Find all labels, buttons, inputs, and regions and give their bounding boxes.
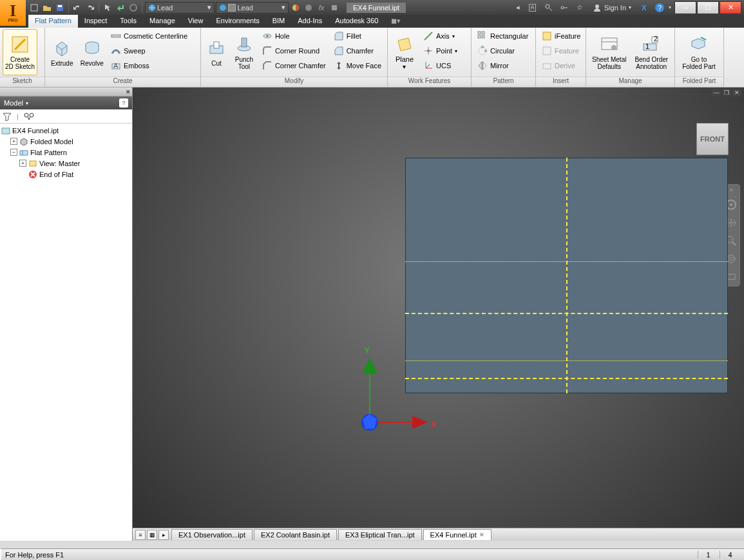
tabs-nav-icon[interactable]: ▸: [158, 530, 169, 540]
chevron-down-icon: ▾: [281, 3, 285, 12]
expand-icon[interactable]: +: [10, 138, 17, 145]
tabs-tile-icon[interactable]: ▦: [147, 530, 157, 540]
chevron-down-icon[interactable]: ▾: [669, 5, 671, 10]
exchange-icon[interactable]: X: [638, 2, 651, 14]
graphics-canvas[interactable]: — ❐ ✕ FRONT ✕ Y: [133, 88, 744, 541]
tree-flat-pattern[interactable]: − Flat Pattern: [1, 147, 131, 158]
fillet-icon: [334, 31, 344, 41]
browser-toolbar: |: [0, 109, 132, 124]
nav-back-icon[interactable]: ◂: [511, 2, 524, 14]
revolve-button[interactable]: Revolve: [78, 29, 107, 75]
tab-flat-pattern[interactable]: Flat Pattern: [28, 15, 78, 28]
filter-icon[interactable]: [3, 112, 12, 121]
cut-button[interactable]: Cut: [204, 29, 229, 75]
browser-help-icon[interactable]: ?: [119, 98, 128, 107]
ucs-button[interactable]: UCS: [420, 59, 465, 73]
material-dropdown-2[interactable]: Lead ▾: [216, 2, 288, 14]
doc-tab-2[interactable]: EX2 Coolant Basin.ipt: [254, 529, 337, 540]
find-icon[interactable]: [24, 112, 34, 121]
fx-icon[interactable]: fx: [316, 2, 327, 14]
move-face-button[interactable]: Move Face: [330, 59, 385, 73]
browser-header[interactable]: Model ▾ ?: [0, 97, 132, 109]
tabs-list-icon[interactable]: ≡: [135, 530, 146, 540]
undo-icon[interactable]: [72, 2, 83, 14]
browser-close-icon[interactable]: ✕: [126, 89, 131, 95]
canvas-restore-icon[interactable]: ❐: [722, 89, 731, 97]
tab-view[interactable]: View: [182, 15, 210, 28]
viewcube[interactable]: FRONT: [696, 123, 729, 155]
tree-end-of-flat[interactable]: End of Flat: [1, 169, 131, 180]
redo-icon[interactable]: [84, 2, 96, 14]
panel-label-create: Create: [45, 77, 200, 87]
chamfer-icon: [334, 46, 344, 56]
maximize-button[interactable]: ☐: [697, 1, 719, 14]
circular-pattern-button[interactable]: Circular: [474, 44, 533, 58]
select-icon[interactable]: [102, 2, 113, 14]
goto-folded-part-button[interactable]: Go to Folded Part: [678, 29, 720, 75]
cosmetic-centerline-button[interactable]: Cosmetic Centerline: [108, 29, 198, 43]
material-dropdown-1[interactable]: Lead ▾: [145, 2, 215, 14]
tree-view-master[interactable]: + View: Master: [1, 158, 131, 169]
appearance-icon[interactable]: [290, 2, 301, 14]
plane-button[interactable]: Plane▾: [390, 29, 419, 75]
ifeature-button[interactable]: iFeature: [539, 29, 584, 43]
hole-button[interactable]: Hole: [259, 29, 329, 43]
status-help-text: For Help, press F1: [5, 551, 64, 559]
save-icon[interactable]: [54, 2, 66, 14]
minimize-button[interactable]: ─: [674, 1, 696, 14]
tab-autodesk360[interactable]: Autodesk 360: [329, 15, 385, 28]
canvas-minimize-icon[interactable]: —: [712, 89, 721, 97]
corner-chamfer-button[interactable]: Corner Chamfer: [259, 59, 329, 73]
tab-close-icon[interactable]: ✕: [479, 532, 484, 538]
signin-button[interactable]: Sign In ▾: [589, 3, 635, 12]
axis-button[interactable]: Axis ▾: [420, 29, 465, 43]
return-icon[interactable]: [115, 2, 126, 14]
tab-addins[interactable]: Add-Ins: [291, 15, 329, 28]
sweep-button[interactable]: Sweep: [108, 44, 198, 58]
tab-tools[interactable]: Tools: [113, 15, 143, 28]
extrude-button[interactable]: Extrude: [48, 29, 77, 75]
close-button[interactable]: ✕: [720, 1, 741, 14]
tab-inspect[interactable]: Inspect: [78, 15, 113, 28]
key-icon[interactable]: [558, 2, 571, 14]
sheet-metal-defaults-button[interactable]: Sheet Metal Defaults: [589, 29, 630, 75]
doc-tab-1[interactable]: EX1 Observation...ipt: [171, 529, 253, 540]
search-icon[interactable]: [542, 2, 555, 14]
corner-round-button[interactable]: Corner Round: [259, 44, 329, 58]
tab-overflow-icon[interactable]: ◼▾: [385, 15, 407, 28]
tab-environments[interactable]: Environments: [209, 15, 265, 28]
svg-point-42: [482, 46, 484, 48]
chamfer-button[interactable]: Chamfer: [330, 44, 385, 58]
tab-bim[interactable]: BIM: [266, 15, 292, 28]
svg-line-30: [424, 32, 432, 40]
navbar-close-icon[interactable]: ✕: [729, 187, 734, 193]
svg-point-55: [24, 113, 28, 117]
new-icon[interactable]: [28, 2, 40, 14]
mirror-button[interactable]: Mirror: [474, 59, 533, 73]
emboss-button[interactable]: AEmboss: [108, 59, 198, 73]
expand-icon[interactable]: +: [19, 160, 26, 167]
help-icon[interactable]: ?: [653, 2, 666, 14]
feature-icon: [542, 46, 552, 56]
rectangular-pattern-button[interactable]: Rectangular: [474, 29, 533, 43]
update-icon[interactable]: [128, 2, 139, 14]
tree-root[interactable]: EX4 Funnel.ipt: [1, 125, 131, 136]
doc-tab-3[interactable]: EX3 Eliptical Tran...ipt: [338, 529, 422, 540]
tree-folded-model[interactable]: + Folded Model: [1, 136, 131, 147]
punch-tool-button[interactable]: Punch Tool: [231, 29, 258, 75]
adjust-icon[interactable]: [303, 2, 314, 14]
bend-order-button[interactable]: 12 Bend Order Annotation: [631, 29, 672, 75]
star-icon[interactable]: ☆: [573, 2, 586, 14]
app-menu-icon[interactable]: I PRO: [0, 0, 26, 26]
keyword-icon[interactable]: 🄰: [527, 2, 540, 14]
open-icon[interactable]: [41, 2, 53, 14]
canvas-close-icon[interactable]: ✕: [732, 89, 741, 97]
collapse-icon[interactable]: −: [10, 149, 17, 156]
doc-tab-4[interactable]: EX4 Funnel.ipt✕: [423, 529, 491, 540]
tab-manage[interactable]: Manage: [143, 15, 182, 28]
create-2d-sketch-button[interactable]: Create 2D Sketch: [3, 29, 37, 75]
point-button[interactable]: Point ▾: [420, 44, 465, 58]
settings-icon[interactable]: [329, 2, 340, 14]
fillet-button[interactable]: Fillet: [330, 29, 385, 43]
svg-text:X: X: [432, 420, 437, 428]
